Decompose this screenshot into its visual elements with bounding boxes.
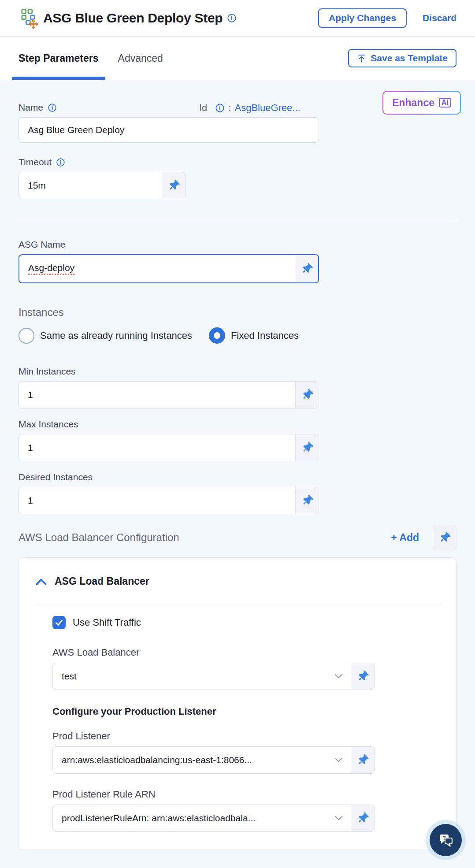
radio-fixed-instances[interactable]: Fixed Instances — [209, 327, 299, 344]
max-instances-field — [19, 434, 319, 461]
info-icon[interactable] — [48, 103, 57, 112]
select-value: test — [62, 671, 77, 682]
pin-icon — [300, 388, 314, 402]
save-as-template-button[interactable]: Save as Template — [348, 49, 456, 67]
aws-load-balancer-value[interactable]: test — [53, 663, 334, 690]
desired-instances-field — [19, 487, 319, 514]
accordion-body: Use Shift Traffic AWS Load Balancer test… — [36, 616, 439, 832]
prod-listener-rule-select: prodListenerRuleArn: arn:aws:elasticload… — [52, 805, 375, 832]
tab-advanced[interactable]: Advanced — [118, 37, 163, 80]
chat-help-button[interactable]: ? — [430, 824, 462, 856]
header: ASG Blue Green Deploy Step Apply Changes… — [0, 0, 475, 37]
pin-icon — [356, 753, 370, 767]
runtime-input-toggle[interactable] — [295, 382, 319, 408]
prod-listener-select: arn:aws:elasticloadbalancing:us-east-1:8… — [52, 746, 375, 774]
prod-listener-rule-value[interactable]: prodListenerRuleArn: arn:aws:elasticload… — [53, 805, 334, 831]
asg-load-balancer-accordion[interactable]: ASG Load Balancer — [36, 575, 439, 587]
desired-instances-label: Desired Instances — [19, 472, 456, 482]
pin-icon — [300, 262, 314, 276]
timeout-input[interactable] — [19, 172, 162, 199]
runtime-input-toggle[interactable] — [295, 434, 319, 461]
id-label: Id — [199, 102, 207, 114]
id-value: AsgBlueGree... — [234, 102, 300, 114]
runtime-input-toggle[interactable] — [433, 525, 456, 550]
select-value: prodListenerRuleArn: arn:aws:elasticload… — [62, 813, 256, 823]
asg-name-label: ASG Name — [19, 239, 456, 250]
chat-question-icon: ? — [437, 831, 455, 849]
check-icon — [55, 619, 63, 626]
info-icon[interactable] — [215, 103, 225, 113]
asg-name-value: Asg-deploy — [28, 263, 74, 275]
pin-icon — [300, 441, 314, 455]
lb-config-heading: AWS Load Balancer Configuration — [19, 531, 179, 544]
asg-name-field: Asg-deploy — [19, 254, 319, 283]
prod-listener-value[interactable]: arn:aws:elasticloadbalancing:us-east-1:8… — [53, 747, 334, 773]
name-input[interactable] — [19, 117, 319, 143]
info-icon[interactable] — [227, 13, 237, 23]
timeout-field — [19, 172, 186, 199]
step-parameters-form: Name Id : AsgBlueGree... Enhance AI Time… — [0, 80, 475, 868]
info-icon[interactable] — [56, 158, 65, 167]
select-value: arn:aws:elasticloadbalancing:us-east-1:8… — [62, 755, 252, 765]
chevron-down-icon[interactable] — [334, 674, 343, 679]
chevron-down-icon[interactable] — [334, 757, 343, 763]
step-config-panel: { "header": { "title": "ASG Blue Green D… — [0, 0, 475, 868]
pin-icon — [356, 811, 370, 825]
max-instances-input[interactable] — [19, 434, 295, 461]
runtime-input-toggle[interactable] — [351, 805, 374, 831]
pin-icon — [438, 530, 452, 545]
min-instances-label: Min Instances — [19, 366, 456, 377]
prod-listener-label: Prod Listener — [52, 731, 439, 742]
radio-circle-checked[interactable] — [209, 327, 225, 344]
radio-label: Fixed Instances — [231, 330, 299, 341]
use-shift-traffic-label: Use Shift Traffic — [73, 617, 141, 628]
runtime-input-toggle[interactable] — [351, 663, 374, 690]
production-listener-heading: Configure your Production Listener — [52, 706, 439, 717]
runtime-input-toggle[interactable] — [295, 487, 319, 514]
runtime-input-toggle[interactable] — [295, 255, 318, 282]
tab-step-parameters[interactable]: Step Parameters — [19, 37, 99, 80]
chevron-down-icon[interactable] — [334, 816, 343, 821]
use-shift-traffic-checkbox-row[interactable]: Use Shift Traffic — [52, 616, 439, 629]
pin-icon — [167, 178, 181, 193]
lb-config-header-row: AWS Load Balancer Configuration + Add — [19, 525, 456, 550]
accordion-title: ASG Load Balancer — [55, 575, 149, 587]
tab-bar: Step Parameters Advanced Save as Templat… — [0, 37, 475, 80]
instances-radio-group: Same as already running Instances Fixed … — [19, 327, 456, 344]
id-separator: : — [228, 102, 231, 114]
timeout-label-group: Timeout — [19, 157, 456, 167]
name-label: Name — [19, 102, 43, 113]
save-as-template-label: Save as Template — [371, 53, 448, 63]
apply-changes-button[interactable]: Apply Changes — [318, 8, 407, 28]
add-load-balancer-button[interactable]: + Add — [391, 532, 419, 544]
asg-load-balancer-card: ASG Load Balancer Use Shift Traffic AWS … — [19, 557, 456, 850]
runtime-input-toggle[interactable] — [162, 172, 185, 199]
ai-badge: AI — [439, 98, 451, 108]
upload-icon — [357, 54, 366, 63]
pin-icon — [300, 493, 314, 508]
enhance-label: Enhance — [392, 97, 434, 109]
radio-label: Same as already running Instances — [40, 330, 192, 341]
card-divider — [36, 605, 439, 605]
desired-instances-input[interactable] — [19, 487, 295, 514]
enhance-ai-button[interactable]: Enhance AI — [382, 91, 461, 115]
aws-load-balancer-select: test — [52, 663, 375, 690]
pin-icon — [356, 669, 370, 683]
timeout-label: Timeout — [19, 157, 52, 167]
radio-circle-unchecked[interactable] — [19, 328, 34, 344]
aws-load-balancer-label: AWS Load Balancer — [52, 647, 439, 658]
runtime-input-toggle[interactable] — [351, 747, 374, 773]
prod-listener-rule-label: Prod Listener Rule ARN — [52, 789, 439, 800]
asg-name-input[interactable]: Asg-deploy — [19, 255, 295, 282]
asg-name-label-text: ASG Name — [19, 239, 65, 250]
min-instances-input[interactable] — [19, 382, 295, 408]
radio-same-as-running[interactable]: Same as already running Instances — [19, 328, 192, 344]
discard-button[interactable]: Discard — [423, 13, 456, 23]
checkbox-checked[interactable] — [52, 616, 66, 629]
instances-heading: Instances — [19, 306, 456, 319]
name-row: Name Id : AsgBlueGree... Enhance AI — [19, 102, 456, 114]
min-instances-field — [19, 381, 319, 408]
asg-blue-green-module-icon — [18, 7, 38, 29]
step-id-group: Id : AsgBlueGree... — [199, 102, 301, 114]
max-instances-label: Max Instances — [19, 419, 456, 430]
